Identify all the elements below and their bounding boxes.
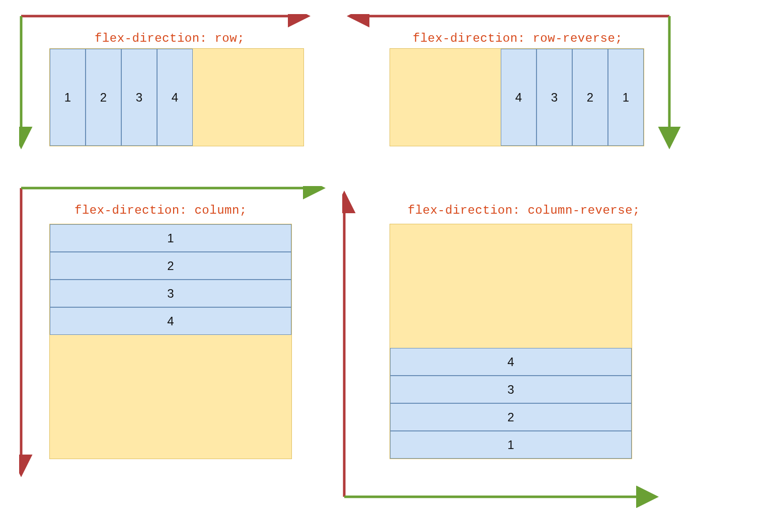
flex-item: 4 xyxy=(50,307,291,335)
flex-item: 2 xyxy=(390,403,632,431)
diagram-row: flex-direction: row; 1 2 3 4 xyxy=(19,14,348,150)
flex-item: 3 xyxy=(121,49,157,146)
diagram-row-reverse: flex-direction: row-reverse; 1 2 3 4 xyxy=(342,14,745,150)
flex-container-column-reverse: 1 2 3 4 xyxy=(390,224,632,459)
flex-item: 3 xyxy=(50,280,291,307)
label-row: flex-direction: row; xyxy=(95,32,245,45)
label-column: flex-direction: column; xyxy=(74,204,247,217)
flex-container-row: 1 2 3 4 xyxy=(49,48,304,146)
diagram-column-reverse: flex-direction: column-reverse; 1 2 3 4 xyxy=(342,186,745,508)
flex-item: 1 xyxy=(608,49,644,146)
flex-item: 4 xyxy=(390,348,632,376)
flex-container-column: 1 2 3 4 xyxy=(49,224,292,459)
label-row-reverse: flex-direction: row-reverse; xyxy=(413,32,623,45)
flex-item: 2 xyxy=(572,49,608,146)
diagram-column: flex-direction: column; 1 2 3 4 xyxy=(19,186,348,478)
flex-item: 2 xyxy=(50,252,291,280)
flex-item: 4 xyxy=(501,49,537,146)
flex-item: 4 xyxy=(157,49,193,146)
flex-item: 1 xyxy=(50,49,86,146)
flex-item: 3 xyxy=(390,376,632,403)
flex-item: 1 xyxy=(390,431,632,459)
flex-item: 1 xyxy=(50,224,291,252)
flex-container-row-reverse: 1 2 3 4 xyxy=(390,48,644,146)
label-column-reverse: flex-direction: column-reverse; xyxy=(408,204,640,217)
flex-item: 3 xyxy=(537,49,572,146)
flex-direction-diagram: flex-direction: row; 1 2 3 4 flex-direct… xyxy=(0,0,766,532)
flex-item: 2 xyxy=(86,49,121,146)
